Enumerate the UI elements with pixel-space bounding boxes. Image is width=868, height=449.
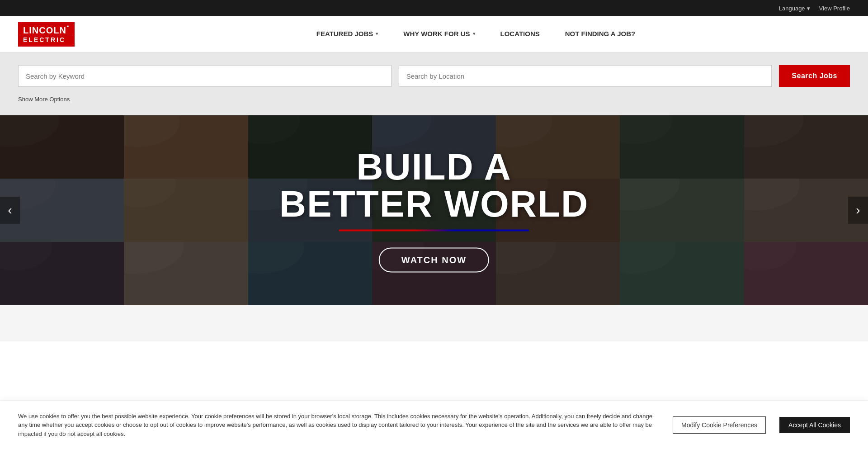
logo-line2: ELECTRIC [19,36,73,45]
below-hero-section [0,305,868,341]
search-section: Search Jobs Show More Options [0,52,868,115]
watch-now-button[interactable]: WATCH NOW [379,248,489,273]
show-more-options[interactable]: Show More Options [18,96,70,103]
nav-featured-jobs[interactable]: FEATURED JOBS ▾ [304,16,391,52]
cookie-text: We use cookies to offer you the best pos… [18,412,659,439]
hero-next-button[interactable]: › [848,197,868,224]
logo: LINCOLN· ELECTRIC [18,22,75,47]
accept-cookies-button[interactable]: Accept All Cookies [779,417,850,433]
cookie-banner: We use cookies to offer you the best pos… [0,401,868,449]
keyword-wrap [18,65,392,87]
hero-divider [339,230,529,232]
hero-prev-button[interactable]: ‹ [0,197,20,224]
chevron-down-icon: ▾ [376,31,378,36]
language-label: Language [779,5,805,12]
hero-banner: ‹ › BUILD A BETTER WORLD WATCH NOW [0,115,868,305]
logo-line1: LINCOLN· [19,24,73,36]
hero-title: BUILD A BETTER WORLD [279,148,589,222]
logo-link[interactable]: LINCOLN· ELECTRIC [18,22,75,47]
location-wrap [399,65,772,87]
chevron-down-icon: ▾ [473,31,475,36]
chevron-down-icon: ▾ [807,5,810,12]
nav-why-work[interactable]: WHY WORK FOR US ▾ [391,16,487,52]
top-bar: Language ▾ View Profile [0,0,868,16]
nav-locations[interactable]: LOCATIONS [488,16,552,52]
nav-not-finding[interactable]: NOT FINDING A JOB? [552,16,648,52]
main-nav: LINCOLN· ELECTRIC FEATURED JOBS ▾ WHY WO… [0,16,868,52]
modify-cookie-button[interactable]: Modify Cookie Preferences [673,416,766,434]
language-selector[interactable]: Language ▾ [779,5,810,12]
search-keyword-input[interactable] [18,65,392,87]
search-location-input[interactable] [399,65,772,87]
hero-content: BUILD A BETTER WORLD WATCH NOW [279,148,589,273]
view-profile-link[interactable]: View Profile [819,5,850,12]
search-inputs-row: Search Jobs [18,65,850,87]
search-jobs-button[interactable]: Search Jobs [779,65,850,87]
nav-links: FEATURED JOBS ▾ WHY WORK FOR US ▾ LOCATI… [102,16,850,52]
